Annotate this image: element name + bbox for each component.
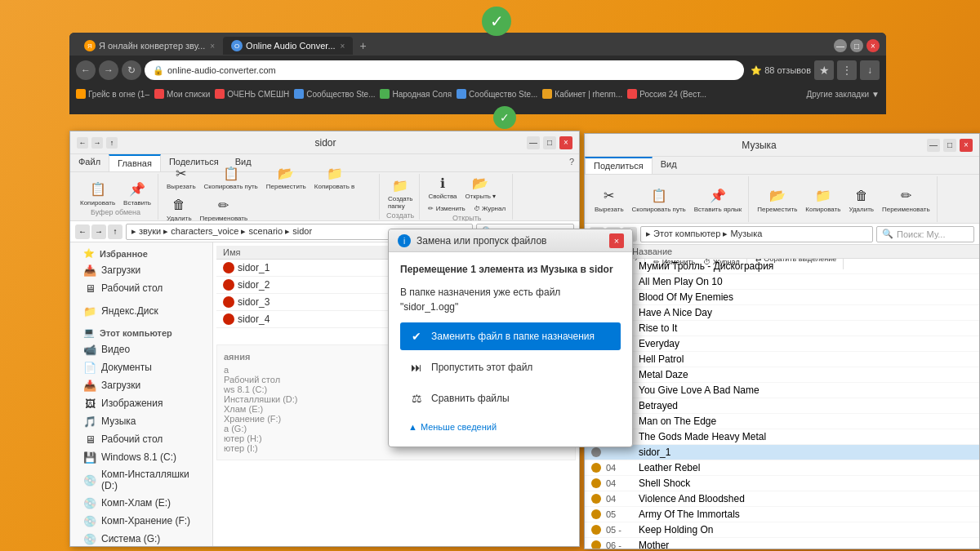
delete-btn[interactable]: 🗑 Удалить [163,193,195,224]
bookmark-2[interactable]: Мои списки [154,89,210,99]
music-tab-share[interactable]: Поделиться [585,157,653,174]
music-move-btn[interactable]: 📂 Переместить [754,184,800,215]
browser-tab-2[interactable]: O Online Audio Conver... × [223,37,353,55]
bookmark-others[interactable]: Другие закладки ▼ [806,90,880,99]
rename-btn[interactable]: ✏ Переименовать [197,193,252,224]
tab1-close[interactable]: × [210,42,215,51]
dialog-skip-action[interactable]: ⏭ Пропустить этот файл [400,353,621,381]
nav-images[interactable]: 🖼 Изображения [70,394,212,412]
nav-windows[interactable]: 💾 Windows 8.1 (C:) [70,448,212,466]
browser-download-btn[interactable]: ↓ [860,60,880,80]
tab2-close[interactable]: × [341,42,345,51]
music-item-10[interactable]: 03 -Man on The Edge [585,414,979,429]
nav-music[interactable]: 🎵 Музыка [70,412,212,430]
bookmark-8[interactable]: Россия 24 (Вест... [627,89,706,99]
browser-minimize[interactable]: — [834,39,847,52]
music-item-4[interactable]: 01.Rise to It [585,321,979,336]
nav-desktop[interactable]: 🖥 Рабочий стол [70,279,212,297]
nav-downloads[interactable]: 📥 Загрузки [70,261,212,279]
music-copy-btn[interactable]: 📁 Копировать [802,184,844,215]
history-btn[interactable]: ⏱ Журнал [470,203,509,214]
sidor-addr-fwd[interactable]: → [91,224,106,239]
music-copy-path-btn[interactable]: 📋 Скопировать путь [629,184,689,215]
sidor-tab-file[interactable]: Файл [70,154,109,171]
music-item-18[interactable]: 06 -Mother [585,538,979,549]
bookmark-4[interactable]: Сообщество Ste... [294,89,375,99]
bookmark-1[interactable]: Грейс в огне (1– [76,89,149,99]
nav-install[interactable]: 💿 Комп-Инсталляшки (D:) [70,466,212,494]
music-item-11[interactable]: 03The Gods Made Heavy Metal [585,429,979,445]
music-item-3[interactable]: 01Have A Nice Day [585,305,979,321]
paste-btn[interactable]: 📌 Вставить [120,178,154,208]
music-minimize-btn[interactable]: — [927,139,940,152]
music-item-1[interactable]: 01All Men Play On 10 [585,274,979,290]
nav-desktop2[interactable]: 🖥 Рабочий стол [70,430,212,448]
music-item-17[interactable]: 05 -Keep Holding On [585,522,979,538]
browser-maximize[interactable]: □ [850,39,863,52]
cut-btn[interactable]: ✂ Вырезать [163,162,199,192]
nav-system[interactable]: 💿 Система (G:) [70,530,212,546]
music-search[interactable]: 🔍 Поиск: Му... [876,226,974,242]
music-breadcrumb[interactable]: ▸ Этот компьютер ▸ Музыка [640,226,873,242]
music-paste-link-btn[interactable]: 📌 Вставить ярлык [691,184,746,215]
music-rename-btn[interactable]: ✏ Переименовать [879,184,933,215]
edit-btn[interactable]: ✏ Изменить [425,203,468,214]
music-tab-view[interactable]: Вид [653,157,685,174]
music-item-9[interactable]: 02.Betrayed [585,398,979,414]
browser-close[interactable]: × [866,39,880,52]
new-folder-btn[interactable]: 📁 Создатьпапку [385,174,416,211]
copy-to-btn[interactable]: 📋 Копировать [77,178,118,208]
sidor-tab-home[interactable]: Главная [109,154,161,171]
props-btn[interactable]: ℹ Свойства [425,171,460,202]
music-item-7[interactable]: 02Metal Daze [585,367,979,383]
sidor-minimize-btn[interactable]: — [527,136,540,149]
music-close-btn[interactable]: × [960,139,973,152]
sidor-addr-back[interactable]: ← [75,224,90,239]
music-item-15[interactable]: 04Violence And Bloodshed [585,491,979,507]
copy-to-btn2[interactable]: 📁 Копировать в [311,162,359,192]
bookmark-6[interactable]: Сообщество Ste... [457,89,537,99]
music-item-13[interactable]: 04Leather Rebel [585,460,979,476]
music-item-8[interactable]: 02You Give Love A Bad Name [585,383,979,398]
dialog-replace-action[interactable]: ✔ Заменить файл в папке назначения [400,322,621,350]
nav-storage[interactable]: 💿 Комп-Хранение (F:) [70,512,212,530]
browser-star[interactable]: ★ [814,60,834,80]
url-bar[interactable]: 🔒 online-audio-converter.com [145,60,744,80]
forward-btn[interactable]: → [99,60,118,80]
music-maximize-btn[interactable]: □ [943,139,956,152]
music-item-5[interactable]: 02Everyday [585,336,979,352]
music-item-6[interactable]: 02Hell Patrol [585,352,979,367]
music-item-2[interactable]: 01Blood Of My Enemies [585,290,979,305]
back-btn[interactable]: ← [76,60,96,80]
sidor-addr-up[interactable]: ↑ [108,224,122,239]
music-del-btn[interactable]: 🗑 Удалить [845,184,877,215]
nav-dl2[interactable]: 📥 Загрузки [70,376,212,394]
bookmark-5[interactable]: Народная Соля [380,89,452,99]
sidor-maximize-btn[interactable]: □ [543,136,556,149]
sidor-forward-btn[interactable]: → [91,137,103,149]
dialog-compare-action[interactable]: ⚖ Сравнить файлы [400,384,621,412]
move-btn[interactable]: 📂 Переместить [263,162,310,192]
nav-yandex[interactable]: 📁 Яндекс.Диск [70,302,212,320]
music-item-12[interactable]: sidor_1 [585,445,979,460]
copy-path-btn[interactable]: 📋 Скопировать путь [201,162,261,192]
dialog-expand-btn[interactable]: ▲ Меньше сведений [400,417,621,437]
sidor-close-btn[interactable]: × [559,136,572,149]
music-item-0[interactable]: Мумий Тролль - Дискография [585,259,979,274]
dialog-close-btn[interactable]: × [609,233,624,248]
nav-junk[interactable]: 💿 Комп-Хлам (E:) [70,494,212,512]
refresh-btn[interactable]: ↻ [122,60,141,80]
music-cut-btn[interactable]: ✂ Вырезать [591,184,627,215]
open-btn[interactable]: 📂 Открыть ▾ [462,171,500,202]
sidor-help-btn[interactable]: ? [564,154,579,171]
browser-tab-1[interactable]: Я Я онлайн конвертер зву... × [76,37,223,55]
bookmark-7[interactable]: Кабинет | rhenm... [542,89,622,99]
sidor-up-btn[interactable]: ↑ [106,137,118,149]
browser-menu-btn[interactable]: ⋮ [837,60,857,80]
nav-video[interactable]: 📹 Видео [70,340,212,358]
nav-docs[interactable]: 📄 Документы [70,358,212,376]
sidor-back-btn[interactable]: ← [77,137,88,149]
browser-tab-new[interactable]: + [353,37,372,55]
bookmark-3[interactable]: ОЧЕНЬ СМЕШН [215,89,289,99]
music-item-16[interactable]: 05Army Of The Immortals [585,507,979,522]
